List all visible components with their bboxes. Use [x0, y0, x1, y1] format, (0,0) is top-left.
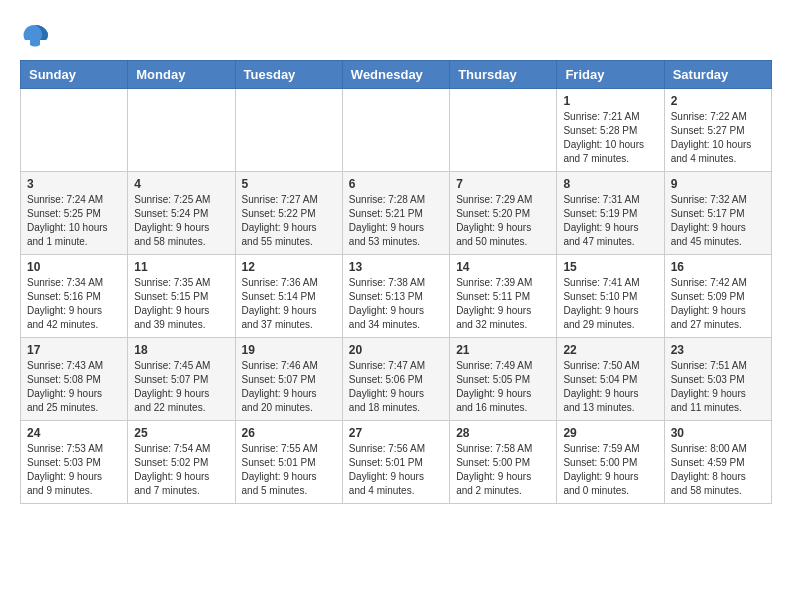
- weekday-header-monday: Monday: [128, 61, 235, 89]
- calendar-cell: 23Sunrise: 7:51 AM Sunset: 5:03 PM Dayli…: [664, 338, 771, 421]
- weekday-header-tuesday: Tuesday: [235, 61, 342, 89]
- day-info: Sunrise: 7:47 AM Sunset: 5:06 PM Dayligh…: [349, 359, 443, 415]
- day-info: Sunrise: 7:31 AM Sunset: 5:19 PM Dayligh…: [563, 193, 657, 249]
- calendar-cell: 28Sunrise: 7:58 AM Sunset: 5:00 PM Dayli…: [450, 421, 557, 504]
- calendar-cell: 25Sunrise: 7:54 AM Sunset: 5:02 PM Dayli…: [128, 421, 235, 504]
- day-info: Sunrise: 7:59 AM Sunset: 5:00 PM Dayligh…: [563, 442, 657, 498]
- calendar-week-row: 24Sunrise: 7:53 AM Sunset: 5:03 PM Dayli…: [21, 421, 772, 504]
- day-info: Sunrise: 7:28 AM Sunset: 5:21 PM Dayligh…: [349, 193, 443, 249]
- calendar-cell: [21, 89, 128, 172]
- day-number: 27: [349, 426, 443, 440]
- day-number: 5: [242, 177, 336, 191]
- calendar-cell: 2Sunrise: 7:22 AM Sunset: 5:27 PM Daylig…: [664, 89, 771, 172]
- calendar-cell: 7Sunrise: 7:29 AM Sunset: 5:20 PM Daylig…: [450, 172, 557, 255]
- day-number: 18: [134, 343, 228, 357]
- day-info: Sunrise: 7:43 AM Sunset: 5:08 PM Dayligh…: [27, 359, 121, 415]
- calendar-week-row: 17Sunrise: 7:43 AM Sunset: 5:08 PM Dayli…: [21, 338, 772, 421]
- weekday-header-wednesday: Wednesday: [342, 61, 449, 89]
- day-info: Sunrise: 7:39 AM Sunset: 5:11 PM Dayligh…: [456, 276, 550, 332]
- day-number: 8: [563, 177, 657, 191]
- day-info: Sunrise: 7:38 AM Sunset: 5:13 PM Dayligh…: [349, 276, 443, 332]
- day-info: Sunrise: 7:55 AM Sunset: 5:01 PM Dayligh…: [242, 442, 336, 498]
- weekday-header-thursday: Thursday: [450, 61, 557, 89]
- day-number: 12: [242, 260, 336, 274]
- weekday-header-row: SundayMondayTuesdayWednesdayThursdayFrid…: [21, 61, 772, 89]
- day-number: 14: [456, 260, 550, 274]
- calendar-cell: 6Sunrise: 7:28 AM Sunset: 5:21 PM Daylig…: [342, 172, 449, 255]
- weekday-header-friday: Friday: [557, 61, 664, 89]
- day-info: Sunrise: 7:58 AM Sunset: 5:00 PM Dayligh…: [456, 442, 550, 498]
- page-header: [20, 20, 772, 50]
- day-info: Sunrise: 7:41 AM Sunset: 5:10 PM Dayligh…: [563, 276, 657, 332]
- calendar-cell: 17Sunrise: 7:43 AM Sunset: 5:08 PM Dayli…: [21, 338, 128, 421]
- day-info: Sunrise: 7:29 AM Sunset: 5:20 PM Dayligh…: [456, 193, 550, 249]
- day-info: Sunrise: 7:56 AM Sunset: 5:01 PM Dayligh…: [349, 442, 443, 498]
- day-info: Sunrise: 7:35 AM Sunset: 5:15 PM Dayligh…: [134, 276, 228, 332]
- calendar-cell: 21Sunrise: 7:49 AM Sunset: 5:05 PM Dayli…: [450, 338, 557, 421]
- calendar-cell: 19Sunrise: 7:46 AM Sunset: 5:07 PM Dayli…: [235, 338, 342, 421]
- day-info: Sunrise: 7:22 AM Sunset: 5:27 PM Dayligh…: [671, 110, 765, 166]
- calendar-week-row: 10Sunrise: 7:34 AM Sunset: 5:16 PM Dayli…: [21, 255, 772, 338]
- calendar-cell: 16Sunrise: 7:42 AM Sunset: 5:09 PM Dayli…: [664, 255, 771, 338]
- calendar-cell: 11Sunrise: 7:35 AM Sunset: 5:15 PM Dayli…: [128, 255, 235, 338]
- day-number: 30: [671, 426, 765, 440]
- day-number: 7: [456, 177, 550, 191]
- day-info: Sunrise: 7:42 AM Sunset: 5:09 PM Dayligh…: [671, 276, 765, 332]
- calendar-cell: 29Sunrise: 7:59 AM Sunset: 5:00 PM Dayli…: [557, 421, 664, 504]
- day-number: 20: [349, 343, 443, 357]
- day-number: 22: [563, 343, 657, 357]
- day-info: Sunrise: 7:34 AM Sunset: 5:16 PM Dayligh…: [27, 276, 121, 332]
- day-info: Sunrise: 8:00 AM Sunset: 4:59 PM Dayligh…: [671, 442, 765, 498]
- day-info: Sunrise: 7:54 AM Sunset: 5:02 PM Dayligh…: [134, 442, 228, 498]
- calendar-cell: 30Sunrise: 8:00 AM Sunset: 4:59 PM Dayli…: [664, 421, 771, 504]
- weekday-header-saturday: Saturday: [664, 61, 771, 89]
- day-number: 10: [27, 260, 121, 274]
- calendar-cell: [450, 89, 557, 172]
- day-number: 24: [27, 426, 121, 440]
- logo-icon: [20, 20, 50, 50]
- day-number: 26: [242, 426, 336, 440]
- calendar-cell: 1Sunrise: 7:21 AM Sunset: 5:28 PM Daylig…: [557, 89, 664, 172]
- calendar-cell: [235, 89, 342, 172]
- day-number: 21: [456, 343, 550, 357]
- day-number: 19: [242, 343, 336, 357]
- weekday-header-sunday: Sunday: [21, 61, 128, 89]
- day-number: 25: [134, 426, 228, 440]
- calendar-cell: 8Sunrise: 7:31 AM Sunset: 5:19 PM Daylig…: [557, 172, 664, 255]
- day-number: 17: [27, 343, 121, 357]
- calendar-cell: 3Sunrise: 7:24 AM Sunset: 5:25 PM Daylig…: [21, 172, 128, 255]
- calendar-cell: [342, 89, 449, 172]
- calendar-cell: 14Sunrise: 7:39 AM Sunset: 5:11 PM Dayli…: [450, 255, 557, 338]
- day-number: 16: [671, 260, 765, 274]
- calendar-table: SundayMondayTuesdayWednesdayThursdayFrid…: [20, 60, 772, 504]
- calendar-week-row: 1Sunrise: 7:21 AM Sunset: 5:28 PM Daylig…: [21, 89, 772, 172]
- day-number: 15: [563, 260, 657, 274]
- day-info: Sunrise: 7:50 AM Sunset: 5:04 PM Dayligh…: [563, 359, 657, 415]
- day-info: Sunrise: 7:21 AM Sunset: 5:28 PM Dayligh…: [563, 110, 657, 166]
- day-number: 29: [563, 426, 657, 440]
- day-number: 23: [671, 343, 765, 357]
- day-info: Sunrise: 7:32 AM Sunset: 5:17 PM Dayligh…: [671, 193, 765, 249]
- day-info: Sunrise: 7:49 AM Sunset: 5:05 PM Dayligh…: [456, 359, 550, 415]
- calendar-cell: 20Sunrise: 7:47 AM Sunset: 5:06 PM Dayli…: [342, 338, 449, 421]
- day-info: Sunrise: 7:25 AM Sunset: 5:24 PM Dayligh…: [134, 193, 228, 249]
- day-number: 1: [563, 94, 657, 108]
- calendar-cell: 5Sunrise: 7:27 AM Sunset: 5:22 PM Daylig…: [235, 172, 342, 255]
- calendar-cell: 24Sunrise: 7:53 AM Sunset: 5:03 PM Dayli…: [21, 421, 128, 504]
- day-number: 28: [456, 426, 550, 440]
- day-info: Sunrise: 7:46 AM Sunset: 5:07 PM Dayligh…: [242, 359, 336, 415]
- calendar-week-row: 3Sunrise: 7:24 AM Sunset: 5:25 PM Daylig…: [21, 172, 772, 255]
- calendar-cell: 22Sunrise: 7:50 AM Sunset: 5:04 PM Dayli…: [557, 338, 664, 421]
- day-info: Sunrise: 7:51 AM Sunset: 5:03 PM Dayligh…: [671, 359, 765, 415]
- calendar-cell: [128, 89, 235, 172]
- calendar-cell: 12Sunrise: 7:36 AM Sunset: 5:14 PM Dayli…: [235, 255, 342, 338]
- day-number: 2: [671, 94, 765, 108]
- calendar-cell: 15Sunrise: 7:41 AM Sunset: 5:10 PM Dayli…: [557, 255, 664, 338]
- day-number: 9: [671, 177, 765, 191]
- day-number: 13: [349, 260, 443, 274]
- calendar-cell: 10Sunrise: 7:34 AM Sunset: 5:16 PM Dayli…: [21, 255, 128, 338]
- calendar-cell: 4Sunrise: 7:25 AM Sunset: 5:24 PM Daylig…: [128, 172, 235, 255]
- logo: [20, 20, 54, 50]
- calendar-cell: 9Sunrise: 7:32 AM Sunset: 5:17 PM Daylig…: [664, 172, 771, 255]
- day-info: Sunrise: 7:36 AM Sunset: 5:14 PM Dayligh…: [242, 276, 336, 332]
